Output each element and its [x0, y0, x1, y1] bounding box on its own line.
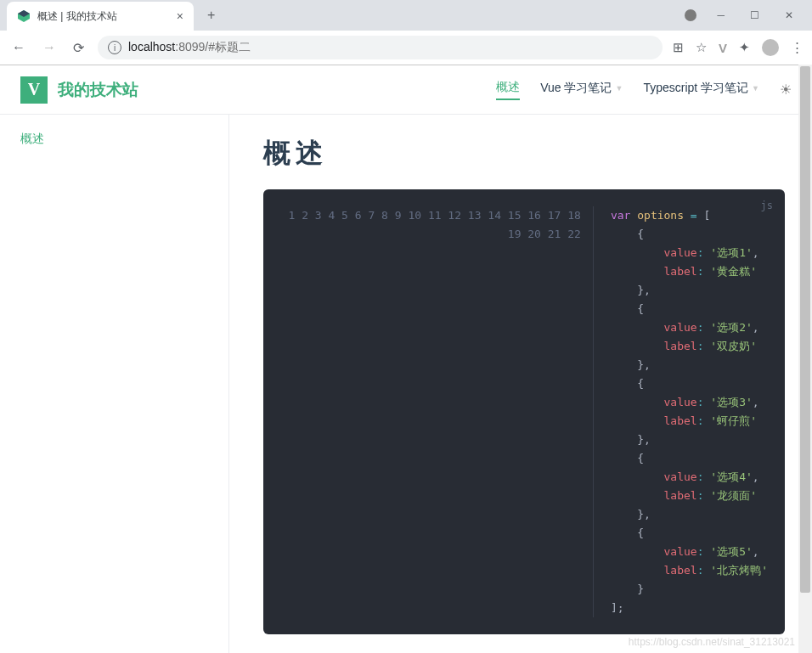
page: 我的技术站 概述 Vue 学习笔记▼ Typescript 学习笔记▼ ☀ 概述… — [0, 65, 812, 653]
browser-tab[interactable]: 概述 | 我的技术站 × — [7, 2, 194, 31]
sidebar: 概述 — [0, 115, 229, 653]
nav-links: 概述 Vue 学习笔记▼ Typescript 学习笔记▼ ☀ — [496, 80, 792, 100]
back-button[interactable]: ← — [8, 37, 29, 59]
watermark: https://blog.csdn.net/sinat_31213021 — [629, 636, 795, 648]
theme-toggle-icon[interactable]: ☀ — [780, 82, 792, 98]
chevron-down-icon: ▼ — [615, 84, 623, 93]
menu-icon[interactable]: ⋮ — [791, 40, 804, 55]
minimize-icon[interactable]: ─ — [712, 4, 730, 26]
tab-title: 概述 | 我的技术站 — [37, 9, 117, 24]
code-content[interactable]: var options = [ { value: '选项1', label: '… — [594, 206, 785, 617]
main-content: 概述 js 1 2 3 4 5 6 7 8 9 10 11 12 13 14 1… — [229, 115, 812, 653]
code-block: js 1 2 3 4 5 6 7 8 9 10 11 12 13 14 15 1… — [263, 189, 785, 634]
address-field[interactable]: i localhost:8099/#标题二 — [98, 36, 663, 59]
account-dot-icon[interactable] — [685, 9, 696, 21]
new-tab-button[interactable]: + — [200, 4, 222, 26]
close-tab-icon[interactable]: × — [177, 9, 183, 23]
browser-chrome: 概述 | 我的技术站 × + ─ ☐ ✕ ← → ⟳ i localhost:8… — [0, 0, 812, 65]
page-body: 概述 概述 js 1 2 3 4 5 6 7 8 9 10 11 12 13 1… — [0, 115, 812, 653]
chevron-down-icon: ▼ — [752, 84, 759, 93]
bookmark-icon[interactable]: ☆ — [696, 40, 707, 55]
reload-button[interactable]: ⟳ — [70, 37, 87, 59]
forward-button[interactable]: → — [39, 37, 59, 59]
translate-icon[interactable]: ⊞ — [673, 40, 684, 55]
profile-avatar[interactable] — [762, 39, 779, 56]
address-bar-row: ← → ⟳ i localhost:8099/#标题二 ⊞ ☆ V ✦ ⋮ — [0, 31, 812, 65]
nav-link-overview[interactable]: 概述 — [496, 80, 520, 100]
window-controls: ─ ☐ ✕ — [685, 4, 805, 26]
extensions-icon[interactable]: ✦ — [739, 40, 750, 55]
line-gutter: 1 2 3 4 5 6 7 8 9 10 11 12 13 14 15 16 1… — [263, 206, 594, 617]
site-name[interactable]: 我的技术站 — [58, 79, 138, 101]
page-heading: 概述 — [263, 135, 785, 172]
code-lang-tag: js — [761, 196, 773, 215]
url-text: localhost:8099/#标题二 — [128, 40, 251, 55]
vue-ext-icon[interactable]: V — [719, 41, 727, 55]
vertical-scrollbar[interactable] — [798, 65, 812, 653]
nav-link-vue-notes[interactable]: Vue 学习笔记▼ — [540, 81, 623, 99]
sidebar-item-overview[interactable]: 概述 — [20, 132, 208, 147]
maximize-icon[interactable]: ☐ — [745, 4, 764, 26]
favicon-icon — [17, 9, 31, 23]
site-logo-icon[interactable] — [20, 76, 48, 104]
scrollbar-thumb[interactable] — [800, 66, 810, 593]
extension-icons: ⊞ ☆ V ✦ ⋮ — [673, 39, 804, 56]
site-info-icon[interactable]: i — [108, 41, 121, 54]
tab-bar: 概述 | 我的技术站 × + ─ ☐ ✕ — [0, 0, 812, 31]
site-navbar: 我的技术站 概述 Vue 学习笔记▼ Typescript 学习笔记▼ ☀ — [0, 65, 812, 115]
nav-link-ts-notes[interactable]: Typescript 学习笔记▼ — [643, 81, 759, 99]
close-window-icon[interactable]: ✕ — [780, 4, 798, 26]
